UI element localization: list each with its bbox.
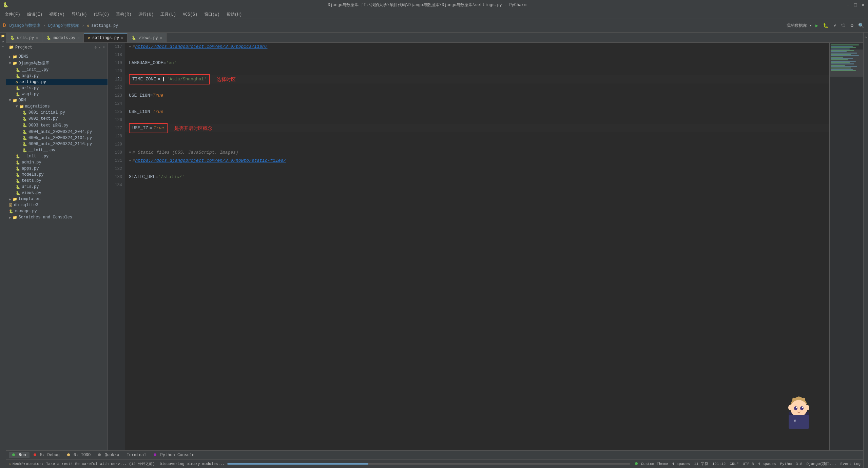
tree-folder-scratches: 📁 bbox=[13, 215, 17, 220]
tree-item-models-orm[interactable]: 🐍 models.py bbox=[6, 172, 108, 178]
menu-edit[interactable]: 编辑(E) bbox=[24, 11, 45, 18]
db-selector[interactable]: 我的数据库 ▾ bbox=[787, 23, 812, 28]
tree-item-admin[interactable]: 🐍 admin.py bbox=[6, 159, 108, 165]
tab-urls-close[interactable]: ✕ bbox=[36, 36, 38, 40]
bottom-tab-quokka[interactable]: Quokka bbox=[95, 452, 122, 458]
debug-button[interactable]: 🐛 bbox=[822, 22, 830, 29]
menu-code[interactable]: 代码(C) bbox=[91, 11, 112, 18]
project-icon[interactable]: 📁 bbox=[1, 34, 5, 38]
menu-vcs[interactable]: VCS(S) bbox=[180, 12, 200, 18]
event-log[interactable]: Event Log bbox=[841, 462, 861, 466]
commit-icon[interactable]: ⊙ bbox=[1, 39, 5, 43]
status-spaces[interactable]: 4 spaces bbox=[672, 462, 690, 466]
tree-item-0004[interactable]: 🐍 0004_auto_20200324_2044.py bbox=[6, 129, 108, 135]
tree-item-settings[interactable]: ⚙ settings.py bbox=[6, 79, 108, 85]
tree-icon-0005: 🐍 bbox=[22, 136, 27, 140]
tree-item-0005[interactable]: 🐍 0005_auto_20200324_2104.py bbox=[6, 135, 108, 141]
app-icon: 🐍 bbox=[3, 2, 8, 8]
tree-item-init-orm[interactable]: 🐍 __init__.py bbox=[6, 153, 108, 159]
status-line-sep[interactable]: CRLF bbox=[730, 462, 738, 466]
link-131[interactable]: https://docs.djangoproject.com/en/3.0/ho… bbox=[135, 157, 286, 165]
bottom-tab-run[interactable]: Run bbox=[9, 452, 30, 458]
menu-window[interactable]: 窗口(W) bbox=[201, 11, 223, 18]
status-encoding[interactable]: UTF-8 bbox=[743, 462, 754, 466]
tree-item-orm[interactable]: ▼ 📁 ORM bbox=[6, 97, 108, 103]
comment-130: # Static files (CSS, JavaScript, Images) bbox=[133, 149, 238, 157]
breadcrumb-item-2[interactable]: Django与数据库 bbox=[48, 23, 79, 28]
project-header-options[interactable]: ⚙ ✕ ≡ bbox=[95, 45, 105, 50]
tree-item-wsgi[interactable]: 🐍 wsgi.py bbox=[6, 91, 108, 97]
menu-file[interactable]: 文件(F) bbox=[2, 11, 23, 18]
tab-settings[interactable]: ⚙ settings.py ✕ bbox=[84, 33, 128, 42]
tree-arrow-orm: ▼ bbox=[9, 98, 11, 102]
settings-button[interactable]: ⚙ bbox=[849, 22, 855, 29]
menu-view[interactable]: 视图(V) bbox=[46, 11, 67, 18]
code-editor[interactable]: 117 118 119 120 121 122 123 124 125 126 … bbox=[108, 43, 863, 450]
minimize-button[interactable]: ─ bbox=[846, 3, 850, 7]
tree-item-0006[interactable]: 🐍 0006_auto_20200324_2116.py bbox=[6, 141, 108, 147]
link-117[interactable]: https://docs.djangoproject.com/en/3.0/to… bbox=[135, 43, 267, 51]
tab-views-close[interactable]: ✕ bbox=[160, 36, 162, 40]
status-theme[interactable]: Custom Theme bbox=[635, 462, 668, 466]
tree-item-0001[interactable]: 🐍 0001_initial.py bbox=[6, 110, 108, 116]
tree-item-0003[interactable]: 🐍 0003_text_邮箱.py bbox=[6, 122, 108, 129]
status-line-col[interactable]: 121:12 bbox=[712, 462, 726, 466]
tree-item-urls-django[interactable]: 🐍 urls.py bbox=[6, 85, 108, 91]
breadcrumb-item-1[interactable]: Django与数据库 bbox=[9, 23, 40, 28]
tree-item-scratches[interactable]: ▶ 📁 Scratches and Consoles bbox=[6, 214, 108, 220]
tree-item-django-folder[interactable]: ▼ 📁 Django与数据库 bbox=[6, 60, 108, 67]
fold-130[interactable]: ▼ bbox=[129, 149, 131, 157]
menu-tools[interactable]: 工具(L) bbox=[158, 11, 179, 18]
menu-refactor[interactable]: 重构(R) bbox=[113, 11, 134, 18]
code-lines[interactable]: ▼ # https://docs.djangoproject.com/en/3.… bbox=[125, 43, 829, 450]
tree-icon-urls-django: 🐍 bbox=[16, 86, 20, 91]
tab-settings-close[interactable]: ✕ bbox=[121, 36, 123, 40]
tree-item-views-orm[interactable]: 🐍 views.py bbox=[6, 190, 108, 196]
menu-nav[interactable]: 导航(N) bbox=[69, 11, 90, 18]
right-icon-1[interactable]: ⚙ bbox=[864, 35, 868, 39]
menu-help[interactable]: 帮助(H) bbox=[224, 11, 245, 18]
tree-item-templates[interactable]: ▶ 📁 templates bbox=[6, 196, 108, 202]
tab-views[interactable]: 🐍 views.py ✕ bbox=[128, 33, 167, 42]
tab-models-close[interactable]: ✕ bbox=[77, 36, 79, 40]
tree-label-orm: ORM bbox=[19, 98, 26, 103]
project-header-label: Project bbox=[15, 45, 32, 50]
structure-icon[interactable]: ≡ bbox=[1, 45, 5, 49]
tree-item-tests[interactable]: 🐍 tests.py bbox=[6, 178, 108, 184]
tab-urls[interactable]: 🐍 urls.py ✕ bbox=[6, 33, 42, 42]
fold-117[interactable]: ▼ bbox=[129, 43, 131, 51]
tree-item-init1[interactable]: 🐍 __init__.py bbox=[6, 67, 108, 73]
tree-item-db[interactable]: 🗄 db.sqlite3 bbox=[6, 202, 108, 208]
svg-point-6 bbox=[796, 407, 797, 408]
breadcrumb-icon: ⚙ bbox=[87, 23, 89, 28]
run-button[interactable]: ▶ bbox=[814, 22, 819, 29]
tree-item-asgi[interactable]: 🐍 asgi.py bbox=[6, 73, 108, 79]
coverage-button[interactable]: 🛡 bbox=[840, 22, 847, 29]
status-python[interactable]: Python 3.8 bbox=[780, 462, 803, 466]
profile-button[interactable]: ⚡ bbox=[832, 22, 837, 29]
tree-item-apps[interactable]: 🐍 apps.py bbox=[6, 165, 108, 172]
status-spaces2[interactable]: 4 spaces bbox=[758, 462, 776, 466]
status-django[interactable]: Django(项目... bbox=[807, 461, 836, 466]
line-num-131: 131 bbox=[108, 157, 122, 165]
tree-item-init-mig[interactable]: 🐍 __init__.py bbox=[6, 147, 108, 153]
tab-models[interactable]: 🐍 models.py ✕ bbox=[42, 33, 84, 42]
project-header[interactable]: 📁 Project ⚙ ✕ ≡ bbox=[6, 43, 108, 52]
maximize-button[interactable]: □ bbox=[853, 3, 858, 7]
search-button[interactable]: 🔍 bbox=[857, 22, 865, 29]
close-button[interactable]: ✕ bbox=[861, 3, 865, 7]
tree-item-urls-orm[interactable]: 🐍 urls.py bbox=[6, 184, 108, 190]
progress-bar-track bbox=[227, 463, 630, 465]
bottom-tab-terminal[interactable]: Terminal bbox=[123, 452, 150, 458]
tree-item-dbms[interactable]: ▶ 📁 DBMS bbox=[6, 54, 108, 60]
theme-label: Custom Theme bbox=[641, 462, 668, 466]
menu-run[interactable]: 运行(U) bbox=[136, 11, 157, 18]
breadcrumb-item-3[interactable]: settings.py bbox=[91, 23, 118, 28]
tree-item-migrations[interactable]: ▼ 📁 migrations bbox=[6, 103, 108, 110]
bottom-tab-debug[interactable]: 5: Debug bbox=[30, 452, 63, 458]
tree-item-manage[interactable]: 🐍 manage.py bbox=[6, 208, 108, 214]
fold-131[interactable]: ▼ bbox=[129, 157, 131, 165]
bottom-tab-todo[interactable]: 6: TODO bbox=[64, 452, 94, 458]
bottom-tab-python-console[interactable]: Python Console bbox=[150, 452, 198, 458]
tree-item-0002[interactable]: 🐍 0002_text.py bbox=[6, 116, 108, 122]
